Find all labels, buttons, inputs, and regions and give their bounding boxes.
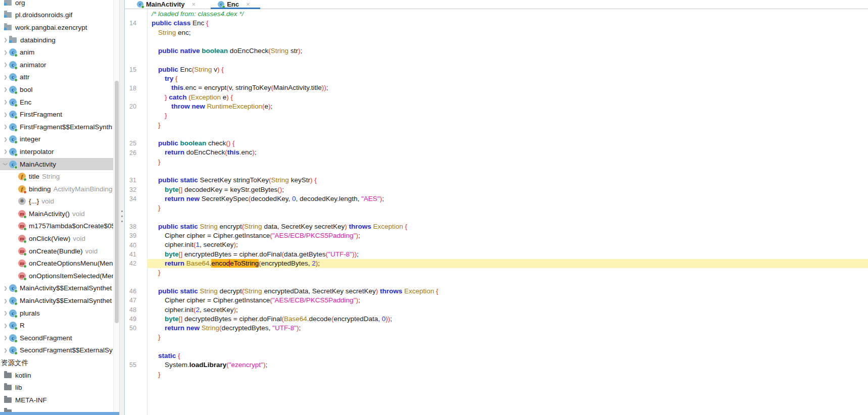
- code-line[interactable]: String enc;: [125, 28, 868, 37]
- tree-item-plurals[interactable]: ❯cplurals: [0, 307, 113, 320]
- tree-item-kotlin[interactable]: kotlin: [0, 369, 113, 382]
- chevron-right-icon[interactable]: ❯: [2, 75, 9, 80]
- tree-item-work-pangbai-ezencrypt[interactable]: work.pangbai.ezencrypt: [0, 21, 113, 34]
- tree-item-secondfragment-externalsy[interactable]: ❯cSecondFragment$$ExternalSy: [0, 344, 113, 357]
- code-line[interactable]: try {: [125, 74, 868, 83]
- chevron-right-icon[interactable]: ❯: [2, 149, 9, 154]
- chevron-right-icon[interactable]: ❯: [2, 37, 9, 42]
- code-line-34[interactable]: 34return new SecretKeySpec(decodedKey, 0…: [125, 194, 868, 203]
- chevron-right-icon[interactable]: ❯: [2, 124, 9, 129]
- tree-item-mainactivity-externalsynthet[interactable]: ❯cMainActivity$$ExternalSynthet: [0, 294, 113, 307]
- code-line-14[interactable]: 14public class Enc {: [125, 19, 868, 28]
- tree-item-label: MainActivity$$ExternalSynthet: [20, 284, 112, 292]
- tree-item-mainactivity[interactable]: ❯cMainActivity: [0, 158, 113, 171]
- chevron-right-icon[interactable]: ❯: [2, 286, 9, 291]
- code-line-42[interactable]: 42return Base64.encodeToString(encrypted…: [125, 259, 868, 268]
- chevron-right-icon[interactable]: ❯: [2, 99, 9, 105]
- code-line[interactable]: [125, 278, 868, 287]
- code-line[interactable]: }: [125, 121, 868, 130]
- code-line[interactable]: public native boolean doEncCheck(String …: [125, 46, 868, 56]
- tree-item-animator[interactable]: ❯canimator: [0, 59, 113, 71]
- code-line-39[interactable]: 39Cipher cipher = Cipher.getInstance("AE…: [125, 231, 868, 240]
- code-line-49[interactable]: 49byte[] decryptedBytes = cipher.doFinal…: [125, 315, 868, 324]
- code-line[interactable]: }: [125, 333, 868, 342]
- code-line[interactable]: }: [125, 203, 868, 213]
- code-line-38[interactable]: 38public static String encrypt(String da…: [125, 222, 868, 231]
- tab-close-icon[interactable]: ×: [192, 1, 196, 8]
- tree-item-onoptionsitemselected-men[interactable]: monOptionsItemSelected(Men: [0, 270, 113, 282]
- tree-item-mainactivity-externalsynthet[interactable]: ❯cMainActivity$$ExternalSynthet: [0, 282, 113, 295]
- tree-item-binding[interactable]: fbindingActivityMainBinding: [0, 183, 113, 195]
- code-line-25[interactable]: 25public boolean check() {: [125, 139, 868, 148]
- code-line[interactable]: [125, 56, 868, 65]
- code-line-47[interactable]: 47Cipher cipher = Cipher.getInstance("AE…: [125, 296, 868, 305]
- code-line[interactable]: /* loaded from: classes4.dex */: [125, 10, 868, 19]
- code-token: 1: [196, 241, 200, 248]
- chevron-right-icon[interactable]: ❯: [2, 62, 9, 67]
- code-line[interactable]: [125, 213, 868, 222]
- code-line[interactable]: [125, 130, 868, 139]
- chevron-right-icon[interactable]: ❯: [2, 87, 9, 92]
- code-token: ): [376, 287, 380, 295]
- tree-item-firstfragment-externalsynth[interactable]: ❯cFirstFragment$$ExternalSynth: [0, 121, 113, 133]
- tree-item-org[interactable]: org: [0, 0, 113, 9]
- code-line[interactable]: }: [125, 111, 868, 120]
- code-line[interactable]: } catch (Exception e) {: [125, 93, 868, 102]
- tab-enc[interactable]: cEnc×: [211, 0, 260, 9]
- tab-close-icon[interactable]: ×: [246, 1, 250, 8]
- chevron-right-icon[interactable]: ❯: [2, 348, 9, 353]
- code-line-20[interactable]: 20throw new RuntimeException(e);: [125, 102, 868, 111]
- code-line-55[interactable]: 55System.loadLibrary("ezencrypt");: [125, 360, 868, 370]
- code-line-32[interactable]: 32byte[] decodedKey = keyStr.getBytes();: [125, 185, 868, 194]
- chevron-right-icon[interactable]: ❯: [2, 323, 9, 328]
- chevron-right-icon[interactable]: ❯: [2, 310, 9, 316]
- tree-item-oncreateoptionsmenu-menu[interactable]: monCreateOptionsMenu(Menu: [0, 257, 113, 270]
- tree-vertical-scrollbar-thumb[interactable]: [115, 81, 119, 323]
- tree-item-integer[interactable]: ❯cinteger: [0, 133, 113, 146]
- code-line[interactable]: [125, 167, 868, 176]
- tree-horizontal-scrollbar[interactable]: [0, 412, 119, 415]
- code-line-46[interactable]: 46public static String decrypt(String en…: [125, 287, 868, 296]
- code-line-15[interactable]: 15public Enc(String v) {: [125, 65, 868, 74]
- code-line-31[interactable]: 31public static SecretKey stringToKey(St…: [125, 176, 868, 185]
- code-area[interactable]: /* loaded from: classes4.dex */14public …: [125, 9, 868, 415]
- tree-item-secondfragment[interactable]: ❯cSecondFragment: [0, 332, 113, 344]
- tree-item-enc[interactable]: ❯cEnc: [0, 96, 113, 109]
- tree-item-lib[interactable]: lib: [0, 381, 113, 394]
- tree-item-meta-inf[interactable]: META-INF: [0, 394, 113, 406]
- chevron-right-icon[interactable]: ❯: [2, 298, 9, 303]
- chevron-right-icon[interactable]: ❯: [2, 50, 9, 55]
- tab-mainactivity[interactable]: cMainActivity×: [130, 0, 206, 9]
- chevron-down-icon[interactable]: ❯: [3, 161, 8, 168]
- code-line-18[interactable]: 18this.enc = encrypt(v, stringToKey(Main…: [125, 83, 868, 92]
- code-line[interactable]: static {: [125, 351, 868, 360]
- tree-item-onclick-view[interactable]: monClick(View)void: [0, 232, 113, 245]
- chevron-right-icon[interactable]: ❯: [2, 137, 9, 142]
- tree-item-mainactivity[interactable]: mMainActivity()void: [0, 208, 113, 220]
- tree-item-oncreate-bundle[interactable]: monCreate(Bundle)void: [0, 245, 113, 257]
- chevron-right-icon[interactable]: ❯: [2, 112, 9, 117]
- tree-item-interpolator[interactable]: ❯cinterpolator: [0, 145, 113, 158]
- tree-item-firstfragment[interactable]: ❯cFirstFragment: [0, 108, 113, 121]
- tree-item-anim[interactable]: ❯canim: [0, 46, 113, 59]
- code-line-41[interactable]: 41byte[] encryptedBytes = cipher.doFinal…: [125, 250, 868, 259]
- tree-item-bool[interactable]: ❯cbool: [0, 83, 113, 96]
- chevron-right-icon[interactable]: ❯: [2, 335, 9, 340]
- code-line-40[interactable]: 40cipher.init(1, secretKey);: [125, 240, 868, 249]
- tree-item-m1757lambda-oncreate-0[interactable]: mm1757lambda$onCreate$0$: [0, 220, 113, 233]
- code-line-48[interactable]: 48cipher.init(2, secretKey);: [125, 305, 868, 315]
- tree-item-item[interactable]: ✱{...}void: [0, 195, 113, 208]
- tree-item-title[interactable]: ftitleString: [0, 170, 113, 183]
- tree-item-pl-droidsonroids-gif[interactable]: pl.droidsonroids.gif: [0, 9, 113, 22]
- code-line-26[interactable]: 26return doEncCheck(this.enc);: [125, 148, 868, 157]
- code-line[interactable]: }: [125, 268, 868, 277]
- code-line[interactable]: }: [125, 158, 868, 167]
- code-line[interactable]: [125, 342, 868, 351]
- code-line[interactable]: [125, 37, 868, 46]
- tree-item-item[interactable]: 资源文件: [0, 356, 113, 369]
- tree-item-attr[interactable]: ❯cattr: [0, 71, 113, 84]
- code-line-50[interactable]: 50return new String(decryptedBytes, "UTF…: [125, 324, 868, 333]
- tree-item-databinding[interactable]: ❯databinding: [0, 34, 113, 46]
- code-line[interactable]: }: [125, 370, 868, 379]
- tree-item-r[interactable]: ❯cR: [0, 319, 113, 332]
